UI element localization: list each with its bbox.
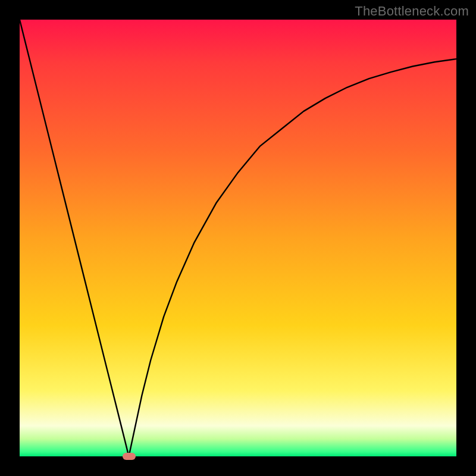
watermark-text: TheBottleneck.com (355, 4, 469, 19)
curve-path (20, 20, 456, 456)
bottleneck-curve (20, 20, 456, 456)
minimum-marker (123, 453, 136, 460)
chart-frame: TheBottleneck.com (0, 0, 476, 476)
plot-area (20, 20, 456, 456)
